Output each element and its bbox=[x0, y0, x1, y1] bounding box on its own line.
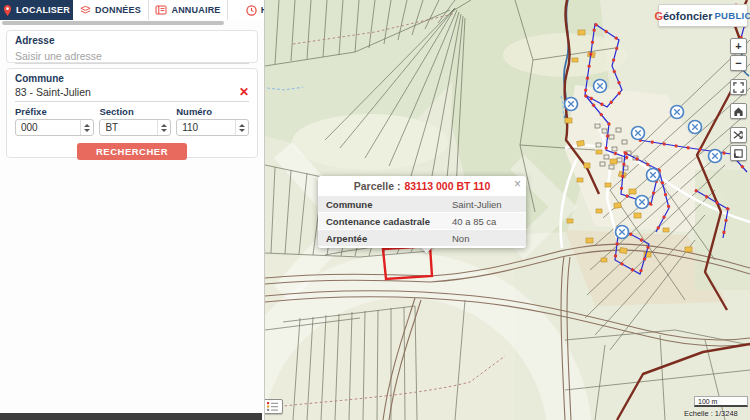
prefixe-label: Préfixe bbox=[15, 106, 94, 117]
numero-select[interactable]: 110 bbox=[176, 119, 249, 136]
row-label: Arpentée bbox=[326, 233, 452, 244]
tab-annuaire[interactable]: ANNUAIRE bbox=[149, 0, 228, 20]
zoom-in-button[interactable]: + bbox=[730, 38, 747, 54]
fullscreen-icon bbox=[733, 82, 744, 93]
home-icon bbox=[733, 106, 744, 117]
popup-row-commune: Commune Saint-Julien bbox=[318, 195, 526, 212]
adresse-card: Adresse bbox=[6, 30, 258, 63]
scale-text: Echelle : 1/3248 bbox=[684, 409, 738, 418]
row-value: Non bbox=[452, 233, 518, 244]
tab-label: LOCALISER bbox=[16, 5, 70, 15]
logo-g: G bbox=[654, 10, 663, 22]
zoom-out-button[interactable]: − bbox=[730, 55, 747, 71]
pin-icon bbox=[3, 5, 12, 16]
section-value: BT bbox=[100, 122, 157, 133]
parcel-popup: Parcelle : 83113 000 BT 110 × Commune Sa… bbox=[318, 176, 526, 248]
scale-bar-label: 100 m bbox=[698, 398, 717, 405]
adresse-input[interactable] bbox=[15, 49, 249, 64]
tab-bar: LOCALISER DONNÉES ANNUAIRE HI bbox=[0, 0, 264, 20]
popup-parcel-id: 83113 000 BT 110 bbox=[404, 180, 490, 192]
section-select[interactable]: BT bbox=[99, 119, 171, 136]
tab-historique[interactable]: HI bbox=[228, 0, 265, 20]
prefixe-field: Préfixe 000 bbox=[15, 106, 94, 136]
sidebar-footer: CGU bbox=[0, 413, 262, 420]
popup-title-prefix: Parcelle : bbox=[354, 180, 401, 192]
fullscreen-button[interactable] bbox=[730, 79, 747, 95]
popup-row-arpentee: Arpentée Non bbox=[318, 229, 526, 246]
prefixe-value: 000 bbox=[16, 122, 80, 133]
adresse-label: Adresse bbox=[15, 35, 249, 46]
close-icon[interactable]: × bbox=[514, 177, 521, 191]
clear-commune-icon[interactable]: ✕ bbox=[239, 87, 249, 97]
legend-button[interactable] bbox=[262, 399, 283, 414]
tab-label: DONNÉES bbox=[95, 5, 141, 15]
numero-label: Numéro bbox=[176, 106, 249, 117]
numero-value: 110 bbox=[177, 122, 235, 133]
extent-button[interactable] bbox=[730, 145, 747, 161]
numero-field: Numéro 110 bbox=[176, 106, 249, 136]
geofoncier-logo: GéofoncierPUBLIC bbox=[658, 4, 748, 27]
rechercher-button[interactable]: RECHERCHER bbox=[77, 143, 187, 160]
row-value: Saint-Julien bbox=[452, 199, 518, 210]
parcel-fields-row: Préfixe 000 Section BT Numéro 110 bbox=[15, 106, 249, 136]
stepper-icon[interactable] bbox=[157, 120, 170, 135]
commune-label: Commune bbox=[15, 73, 249, 84]
extent-icon bbox=[733, 148, 744, 159]
popup-title: Parcelle : 83113 000 BT 110 × bbox=[318, 176, 526, 195]
horizontal-scrollbar[interactable] bbox=[2, 21, 224, 25]
tab-donnees[interactable]: DONNÉES bbox=[73, 0, 149, 20]
sidebar-panel: LOCALISER DONNÉES ANNUAIRE HI bbox=[0, 0, 265, 420]
row-label: Commune bbox=[326, 199, 452, 210]
commune-card: Commune 83 - Saint-Julien ✕ Préfixe 000 … bbox=[6, 68, 258, 158]
directory-icon bbox=[155, 5, 167, 15]
tab-localiser[interactable]: LOCALISER bbox=[0, 0, 73, 20]
commune-value: 83 - Saint-Julien bbox=[15, 86, 239, 98]
scale-bar: 100 m bbox=[694, 396, 748, 407]
clock-icon bbox=[246, 5, 257, 16]
stepper-icon[interactable] bbox=[80, 120, 93, 135]
prefixe-select[interactable]: 000 bbox=[15, 119, 94, 136]
commune-value-row: 83 - Saint-Julien ✕ bbox=[15, 84, 249, 102]
swap-layers-button[interactable] bbox=[730, 127, 747, 143]
row-label: Contenance cadastrale bbox=[326, 216, 452, 227]
popup-row-contenance: Contenance cadastrale 40 a 85 ca bbox=[318, 212, 526, 229]
legend-list-icon bbox=[266, 401, 279, 412]
row-value: 40 a 85 ca bbox=[452, 216, 518, 227]
tab-label: HI bbox=[261, 5, 265, 15]
logo-text: éofoncier bbox=[663, 10, 713, 22]
section-label: Section bbox=[99, 106, 171, 117]
section-field: Section BT bbox=[99, 106, 171, 136]
logo-suffix: PUBLIC bbox=[714, 10, 750, 21]
layers-icon bbox=[80, 5, 91, 15]
stepper-icon[interactable] bbox=[235, 120, 248, 135]
tab-label: ANNUAIRE bbox=[171, 5, 220, 15]
home-button[interactable] bbox=[730, 103, 747, 119]
swap-icon bbox=[733, 130, 744, 141]
